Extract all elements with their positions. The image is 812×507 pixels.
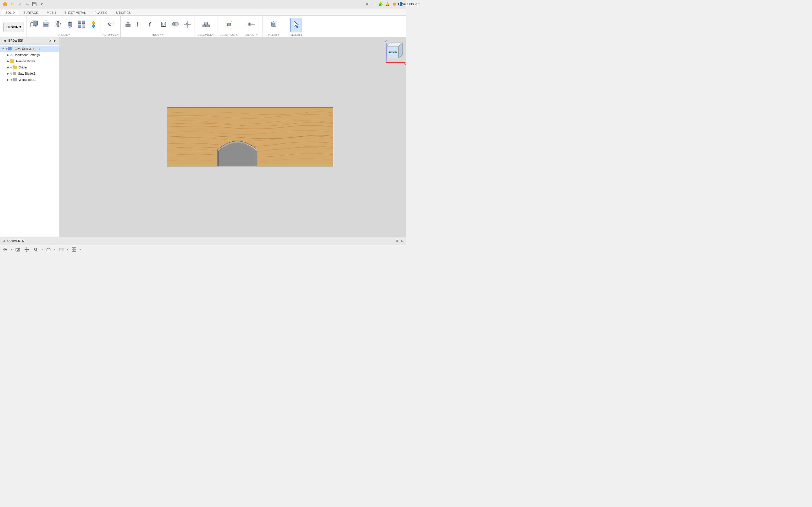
select-label[interactable]: SELECT ▾ — [290, 33, 302, 36]
combine-btn[interactable] — [170, 18, 181, 33]
comments-back-icon[interactable]: ◀ — [2, 239, 6, 243]
browser-back-icon[interactable]: ◀ — [2, 38, 7, 44]
more-create-btn[interactable] — [88, 18, 99, 33]
viewport[interactable]: Z X FRONT — [59, 37, 406, 237]
pattern-icon — [78, 20, 86, 30]
more-modify-icon — [183, 20, 191, 30]
zoom-fit-btn[interactable] — [33, 246, 39, 253]
tab-sheet-metal[interactable]: SHEET METAL — [60, 10, 90, 15]
select-btn[interactable] — [290, 18, 302, 33]
tree-expand-root[interactable]: ▼ — [1, 47, 5, 51]
create-label[interactable]: CREATE ▾ — [58, 33, 70, 36]
tree-item-doc-settings[interactable]: ▶ ⚙ Document Settings — [0, 52, 59, 58]
tree-item-named-views[interactable]: ▶ Named Views — [0, 58, 59, 64]
tree-expand-doc[interactable]: ▶ — [6, 53, 10, 57]
extrude-icon — [42, 20, 50, 30]
tree-item-root[interactable]: ▼ 👁 Cove Cuts v6 ℹ — [0, 46, 59, 52]
tab-utilities[interactable]: UTILITIES — [112, 10, 135, 15]
new-tab-icon[interactable]: + — [371, 1, 377, 7]
snap-chevron[interactable]: ▾ — [11, 248, 12, 251]
grid-chevron[interactable]: ▾ — [80, 248, 81, 251]
close-tab-icon[interactable]: × — [364, 1, 370, 7]
automate-label[interactable]: AUTOMATE ▾ — [103, 33, 119, 36]
chamfer-icon — [148, 20, 156, 30]
modify-label[interactable]: MODIFY ▾ — [152, 33, 163, 36]
undo-icon[interactable]: ↩ — [17, 1, 22, 7]
svg-rect-16 — [82, 21, 85, 24]
app-icon[interactable] — [2, 1, 8, 7]
tab-solid[interactable]: SOLID — [1, 10, 19, 15]
save-icon[interactable]: 💾 — [32, 1, 37, 7]
svg-rect-37 — [205, 22, 207, 24]
revolve-btn[interactable] — [52, 18, 63, 33]
view-mode-chevron[interactable]: ▾ — [54, 248, 56, 251]
browser-settings-icon[interactable]: ⚙ — [47, 39, 52, 43]
more-modify-btn[interactable] — [182, 18, 193, 33]
svg-point-14 — [69, 22, 70, 23]
extrude-btn[interactable] — [40, 18, 52, 33]
tab-plastic[interactable]: PLASTIC — [90, 10, 112, 15]
grid-btn[interactable] — [70, 246, 77, 253]
design-dropdown[interactable]: DESIGN ▾ — [3, 22, 24, 32]
automate-btn[interactable] — [105, 18, 116, 33]
svg-rect-18 — [82, 25, 85, 27]
tree-item-saw-blade[interactable]: ▶ ⊘ Saw Blade:1 — [0, 70, 59, 76]
insert-label[interactable]: INSERT ▾ — [268, 33, 280, 36]
assemble-label[interactable]: ASSEMBLE ▾ — [198, 33, 214, 36]
tab-mesh[interactable]: MESH — [43, 10, 60, 15]
tree-icons-workpiece: 👁 — [10, 78, 17, 81]
camera-btn[interactable] — [14, 246, 21, 253]
svg-text:X: X — [404, 62, 406, 65]
tab-surface[interactable]: SURFACE — [19, 10, 42, 15]
svg-marker-20 — [92, 24, 95, 27]
display-btn[interactable] — [58, 246, 64, 253]
workpiece-label: Workpiece:1 — [18, 78, 36, 81]
wood-model — [167, 107, 333, 166]
eye-icon-workpiece: 👁 — [10, 78, 13, 81]
tree-expand-workpiece[interactable]: ▶ — [6, 78, 10, 82]
origin-label: Origin — [18, 66, 27, 69]
shell-btn[interactable] — [158, 18, 169, 33]
redo-icon[interactable]: ↪ — [24, 1, 30, 7]
press-pull-btn[interactable] — [122, 18, 134, 33]
browser-expand-icon[interactable]: ▶ — [53, 39, 57, 43]
files-icon[interactable]: 📁 — [10, 1, 15, 7]
more-icon[interactable]: ▾ — [39, 1, 45, 7]
assemble-btn[interactable] — [200, 18, 212, 33]
pan-btn[interactable] — [23, 246, 30, 253]
hole-btn[interactable] — [64, 18, 75, 33]
svg-rect-81 — [74, 247, 76, 249]
root-label: Cove Cuts v6 — [15, 47, 32, 50]
svg-point-34 — [186, 23, 188, 25]
assemble-buttons — [200, 17, 212, 33]
new-component-btn[interactable]: + — [29, 18, 40, 33]
svg-marker-53 — [294, 21, 299, 27]
pattern-btn[interactable] — [76, 18, 87, 33]
view-mode-btn[interactable] — [45, 246, 52, 253]
tree-expand-views[interactable]: ▶ — [6, 59, 10, 63]
display-chevron[interactable]: ▾ — [67, 248, 68, 251]
automate-buttons — [105, 17, 116, 33]
svg-rect-52 — [273, 23, 275, 25]
comments-settings-icon[interactable]: ⚙ — [395, 239, 399, 243]
comments-expand-icon[interactable]: ▶ — [400, 239, 404, 243]
construct-label[interactable]: CONSTRUCT ▾ — [220, 33, 238, 36]
tree-item-origin[interactable]: ▶ ⊘ Origin — [0, 64, 59, 70]
insert-btn[interactable] — [268, 18, 280, 33]
root-info-icon[interactable]: ℹ — [37, 47, 41, 51]
construct-btn[interactable] — [223, 18, 234, 33]
zoom-chevron[interactable]: ▾ — [42, 248, 43, 251]
inspect-label[interactable]: INSPECT ▾ — [245, 33, 258, 36]
tree-item-workpiece[interactable]: ▶ 👁 Workpiece:1 — [0, 76, 59, 83]
svg-marker-51 — [273, 21, 274, 22]
tree-expand-origin[interactable]: ▶ — [6, 65, 10, 69]
tree-expand-saw[interactable]: ▶ — [6, 71, 10, 75]
inspect-btn[interactable] — [246, 18, 257, 33]
snap-btn[interactable] — [2, 246, 8, 253]
view-cube[interactable]: Z X FRONT — [380, 40, 403, 62]
extensions-icon[interactable]: 🧩 — [378, 1, 384, 7]
new-component-icon: + — [30, 20, 38, 30]
chamfer-btn[interactable] — [146, 18, 157, 33]
fillet-btn[interactable] — [134, 18, 146, 33]
notifications-icon[interactable]: 🔔 — [385, 1, 390, 7]
